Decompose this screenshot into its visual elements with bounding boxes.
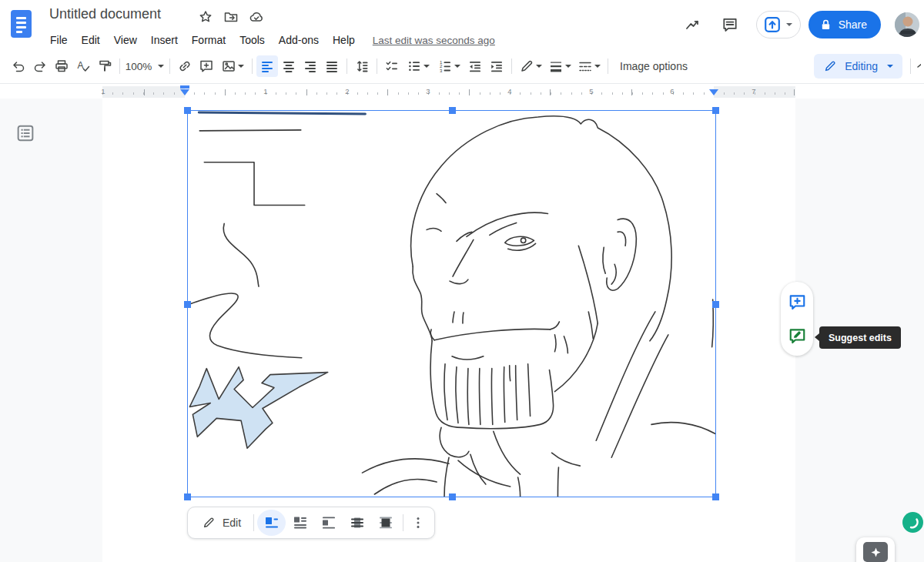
move-folder-icon[interactable] [223,8,239,25]
insert-image-button[interactable] [217,55,248,77]
menu-tools[interactable]: Tools [233,32,272,49]
menu-addons[interactable]: Add-ons [272,32,326,49]
menu-edit[interactable]: Edit [75,32,107,49]
resize-handle-s[interactable] [449,493,456,500]
present-button[interactable] [756,11,801,38]
menu-file[interactable]: File [43,32,75,49]
align-right-button[interactable] [300,55,321,77]
ruler-ticks [102,92,795,95]
menu-bar: File Edit View Insert Format Tools Add-o… [43,31,495,49]
wrap-inline-button[interactable] [257,510,286,536]
image-edit-label: Edit [223,517,241,529]
ruler-number: 4 [507,87,511,95]
selected-image[interactable] [187,110,716,497]
line-dash-caret-icon [594,65,601,68]
align-center-button[interactable] [278,55,300,77]
margin-action-pill [781,282,813,356]
resize-handle-e[interactable] [712,301,719,308]
header-actions: Share [678,0,924,49]
in-front-of-text-button[interactable] [371,510,400,536]
resize-handle-nw[interactable] [184,107,191,114]
image-options-button[interactable]: Image options [612,60,695,72]
right-indent-marker[interactable] [709,89,718,95]
ruler[interactable]: 1 1 2 3 4 5 6 7 [0,85,924,99]
more-options-button[interactable] [407,510,430,536]
paint-format-button[interactable] [94,55,116,77]
line-dash-button[interactable] [574,55,604,77]
separator [119,59,120,74]
checklist-button[interactable] [381,55,403,77]
bulleted-list-button[interactable] [403,55,434,77]
image-toolbar: Edit [187,507,435,539]
break-text-button[interactable] [314,510,343,536]
editing-mode-button[interactable]: Editing [814,54,902,79]
share-label: Share [839,18,867,31]
separator [511,59,512,74]
border-color-button[interactable] [516,55,545,77]
behind-text-button[interactable] [343,510,371,536]
cloud-saved-icon[interactable] [248,8,264,25]
add-comment-margin-button[interactable] [783,288,811,316]
ruler-band [102,86,795,98]
undo-button[interactable] [8,55,29,77]
ruler-number: 1 [263,87,267,95]
line-weight-button[interactable] [545,55,574,77]
share-button[interactable]: Share [808,11,881,38]
blue-lightning-shape [189,367,327,449]
wrap-text-button[interactable] [286,510,314,536]
redo-button[interactable] [29,55,51,77]
toolbar: A 100% 123 Image options Editing [0,49,924,84]
numbered-list-button[interactable]: 123 [434,55,464,77]
last-edit-link[interactable]: Last edit was seconds ago [373,35,495,46]
thanos-line-drawing [188,111,715,497]
menu-help[interactable]: Help [326,32,362,49]
align-left-button[interactable] [256,55,278,77]
align-justify-button[interactable] [321,55,343,77]
show-outline-button[interactable] [12,120,38,146]
line-spacing-button[interactable] [351,55,373,77]
menu-format[interactable]: Format [185,32,233,49]
image-edit-button[interactable]: Edit [192,507,250,538]
collapse-toolbar-button[interactable] [915,58,921,75]
resize-handle-ne[interactable] [712,107,719,114]
explore-star-icon [863,542,888,562]
resize-handle-w[interactable] [184,301,191,308]
add-comment-button[interactable] [196,55,217,77]
ruler-number: 3 [426,87,430,95]
ruler-number: 5 [589,87,593,95]
svg-text:3: 3 [440,69,443,73]
assistant-status-icon[interactable] [902,512,923,533]
bulleted-list-caret-icon [424,65,430,68]
avatar[interactable] [895,12,919,37]
separator [910,59,911,74]
decrease-indent-button[interactable] [464,55,486,77]
suggest-edits-button[interactable] [783,322,811,350]
comment-history-button[interactable] [715,9,745,40]
left-indent-marker[interactable] [180,89,189,95]
ruler-number: 6 [670,87,674,95]
editing-pencil-icon [823,59,837,73]
suggest-edits-tooltip: Suggest edits [819,326,901,349]
document-title[interactable]: Untitled document [49,6,161,22]
first-line-indent-marker[interactable] [180,85,189,89]
resize-handle-n[interactable] [449,107,456,114]
increase-indent-button[interactable] [486,55,507,77]
separator [253,514,254,531]
menu-insert[interactable]: Insert [144,32,185,49]
star-icon[interactable] [197,8,213,25]
spellcheck-button[interactable]: A [72,55,94,77]
present-caret-icon [786,23,792,26]
print-button[interactable] [51,55,72,77]
resize-handle-se[interactable] [712,493,719,500]
title-actions [197,8,264,25]
insert-link-button[interactable] [174,55,196,77]
explore-button[interactable] [856,537,895,562]
zoom-select[interactable]: 100% [124,55,166,77]
svg-text:A: A [78,60,84,71]
menu-view[interactable]: View [107,32,144,49]
docs-logo-icon[interactable] [11,10,32,38]
separator [608,59,608,74]
resize-handle-sw[interactable] [184,493,191,500]
document-stats-button[interactable] [678,9,708,40]
separator [346,59,347,74]
